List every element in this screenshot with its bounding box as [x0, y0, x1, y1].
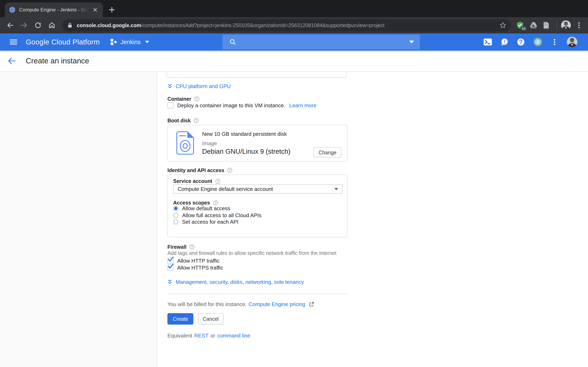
project-hexagons-icon [110, 39, 117, 45]
command-line-link[interactable]: command line [217, 333, 250, 339]
access-scopes-label: Access scopes [173, 200, 218, 206]
back-arrow-icon[interactable] [7, 57, 16, 65]
allow-https-row: Allow HTTPS traffic [167, 264, 223, 271]
container-section-label: Container [167, 96, 199, 102]
gcp-brand[interactable]: Google Cloud Platform [26, 38, 100, 46]
container-help-icon[interactable] [194, 96, 199, 101]
machine-config-field-partial[interactable] [167, 72, 347, 78]
toolbar-separator [557, 20, 557, 30]
hamburger-menu-icon[interactable] [10, 40, 17, 44]
service-account-select[interactable]: Compute Engine default service account [173, 184, 343, 194]
gcp-account-avatar[interactable] [567, 37, 577, 47]
cancel-button[interactable]: Cancel [198, 313, 224, 325]
radio-icon[interactable] [173, 219, 178, 225]
change-boot-disk-button[interactable]: Change [314, 147, 341, 158]
browser-profile-avatar[interactable] [561, 20, 571, 30]
firewall-description: Add tags and firewall rules to allow spe… [167, 250, 337, 256]
identity-section-label: Identity and API access [167, 167, 232, 173]
page-title: Create an instance [26, 57, 89, 65]
pricing-link[interactable]: Compute Engine pricing [249, 301, 305, 308]
radio-icon[interactable] [173, 213, 178, 218]
url-path: /compute/instancesAdd?project=jenkins-25… [141, 22, 384, 28]
search-icon [229, 39, 236, 45]
create-instance-form: CPU platform and GPU Container Deploy a … [167, 72, 347, 367]
allow-https-checkbox[interactable] [167, 265, 173, 271]
tab-title: Compute Engine - Jenkins - Go [19, 7, 91, 13]
tab-close-icon[interactable] [91, 6, 99, 13]
container-deploy-row: Deploy a container image to this VM inst… [167, 102, 316, 109]
scope-option-default[interactable]: Allow default access [173, 205, 230, 212]
section-divider [167, 294, 347, 294]
management-link[interactable]: Management, security, disks, networking,… [167, 278, 304, 285]
compute-engine-favicon-icon [9, 7, 16, 13]
browser-tab[interactable]: Compute Engine - Jenkins - Go [5, 2, 103, 17]
drive-extension-icon[interactable] [530, 22, 537, 29]
boot-disk-image-label: Image [202, 140, 217, 147]
cpu-platform-link[interactable]: CPU platform and GPU [167, 83, 231, 90]
gcp-search-input[interactable] [223, 35, 420, 49]
expand-chevrons-icon [167, 84, 172, 89]
boot-disk-section-label: Boot disk [167, 117, 199, 124]
boot-disk-summary: New 10 GB standard persistent disk [202, 131, 287, 137]
help-icon[interactable] [517, 38, 525, 46]
extension-badge: 43 [520, 26, 527, 31]
expand-chevrons-icon [167, 280, 172, 284]
gcp-header: Google Cloud Platform Jenkins [0, 33, 588, 50]
equivalent-line: Equivalent REST or command line [167, 332, 250, 339]
search-dropdown-caret-icon[interactable] [409, 41, 414, 43]
feedback-icon[interactable] [501, 38, 508, 46]
cloud-shell-icon[interactable] [484, 38, 492, 46]
service-account-value: Compute Engine default service account [178, 186, 273, 192]
service-account-help-icon[interactable] [215, 179, 221, 184]
lock-icon [67, 22, 73, 28]
browser-toolbar: console.cloud.google.com/compute/instanc… [0, 17, 588, 33]
new-tab-button[interactable] [107, 5, 117, 15]
reload-icon[interactable] [32, 19, 44, 31]
rest-link[interactable]: REST [194, 333, 208, 339]
select-caret-icon [334, 188, 338, 190]
gcp-menu-icon[interactable] [551, 38, 558, 46]
browser-menu-icon[interactable] [574, 20, 584, 30]
project-name: Jenkins [121, 39, 140, 45]
gcp-header-actions: 2 [484, 33, 577, 50]
learn-more-link[interactable]: Learn more [289, 102, 316, 109]
project-selector[interactable]: Jenkins [110, 39, 149, 45]
boot-disk-help-icon[interactable] [194, 118, 199, 123]
allow-http-row: Allow HTTP traffic [167, 257, 219, 264]
service-account-label: Service account [173, 178, 221, 184]
firewall-help-icon[interactable] [189, 244, 195, 250]
bookmark-star-icon[interactable] [499, 22, 506, 29]
back-icon[interactable] [4, 19, 16, 31]
boot-disk-icon [176, 131, 194, 156]
address-bar[interactable]: console.cloud.google.com/compute/instanc… [62, 19, 511, 31]
access-scopes-help-icon[interactable] [213, 200, 218, 206]
project-caret-icon [145, 41, 149, 43]
boot-disk-image-value: Debian GNU/Linux 9 (stretch) [202, 148, 291, 155]
url-domain: console.cloud.google.com [77, 22, 141, 28]
browser-window: Compute Engine - Jenkins - Go console.cl… [0, 0, 588, 367]
forward-icon[interactable] [18, 19, 30, 31]
notifications-badge[interactable]: 2 [533, 38, 542, 47]
billing-note: You will be billed for this instance. Co… [167, 301, 314, 308]
url-text: console.cloud.google.com/compute/instanc… [77, 22, 499, 28]
create-button[interactable]: Create [167, 313, 193, 325]
page-header: Create an instance [0, 50, 588, 72]
radio-selected-icon[interactable] [173, 206, 178, 211]
identity-help-icon[interactable] [227, 167, 232, 173]
content-area: CPU platform and GPU Container Deploy a … [0, 72, 588, 367]
scope-option-per-api[interactable]: Set access for each API [173, 218, 238, 225]
scope-option-full-access[interactable]: Allow full access to all Cloud APIs [173, 212, 261, 218]
external-link-icon [309, 301, 314, 307]
form-actions: Create Cancel [167, 313, 224, 325]
home-icon[interactable] [46, 19, 58, 31]
tab-strip: Compute Engine - Jenkins - Go [0, 0, 588, 17]
extension-area: 43 [516, 20, 584, 30]
boot-disk-card: New 10 GB standard persistent disk Image… [167, 125, 347, 161]
left-sidebar [0, 72, 157, 367]
firewall-section-label: Firewall [167, 244, 195, 250]
adblock-extension-icon[interactable]: 43 [516, 21, 524, 29]
identity-card: Service account Compute Engine default s… [167, 175, 347, 237]
docs-extension-icon[interactable] [543, 22, 549, 29]
deploy-container-checkbox[interactable] [167, 102, 173, 108]
